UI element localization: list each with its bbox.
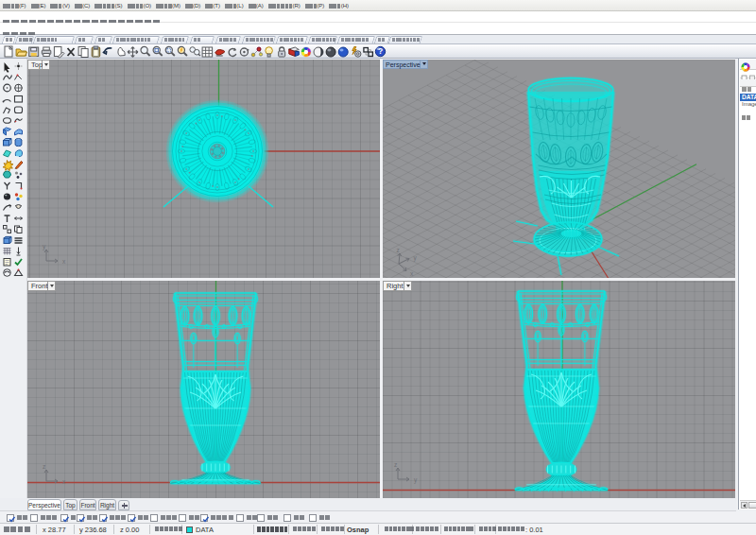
svg-text:z: z (394, 461, 397, 468)
svg-text:x: x (62, 478, 66, 485)
svg-text:x: x (62, 258, 66, 265)
svg-text:y: y (43, 243, 46, 250)
svg-text:z: z (396, 247, 399, 253)
svg-text:z: z (43, 463, 45, 470)
